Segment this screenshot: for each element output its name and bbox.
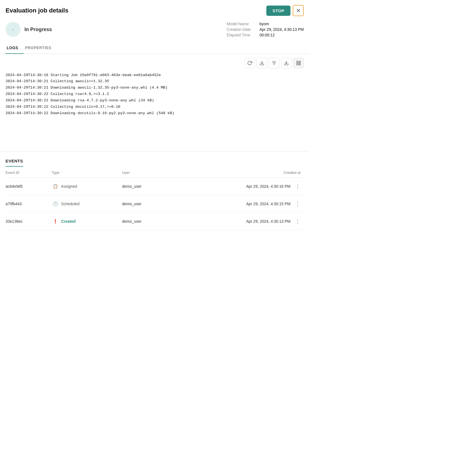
col-type: Type: [52, 167, 122, 178]
log-line: 2024-04-29T14:30:16 Starting Job 15e0f79…: [6, 72, 304, 79]
tab-logs[interactable]: LOGS: [6, 43, 24, 54]
row-more-button[interactable]: ⋮: [293, 201, 300, 207]
events-label: EVENTS: [6, 154, 23, 167]
avatar: ·: [6, 22, 21, 37]
filter-icon: [272, 61, 277, 66]
event-date: Apr 29, 2024, 4:30:16 PM: [246, 184, 290, 189]
grid-icon: [296, 61, 301, 66]
type-icon-created: ❗: [52, 218, 59, 225]
log-line: 2024-04-29T14:30:22 Collecting rsa<4.8,>…: [6, 91, 304, 97]
model-name-row: Model Name byom: [227, 22, 304, 26]
events-header: EVENTS: [6, 154, 304, 167]
row-more-button[interactable]: ⋮: [293, 183, 300, 190]
event-type-cell: ❗ Created: [52, 212, 122, 230]
elapsed-time-row: Elapsed Time 00:00:12: [227, 33, 304, 37]
refresh-icon: [247, 61, 252, 66]
creation-date-value: Apr 29, 2024, 4:30:13 PM: [259, 27, 304, 32]
export-icon: [284, 61, 289, 66]
status-meta: Model Name byom Creation Date Apr 29, 20…: [227, 22, 304, 37]
elapsed-time-value: 00:00:12: [259, 33, 275, 37]
col-created-at: Created at: [174, 167, 304, 178]
type-icon-assigned: 📋: [52, 183, 59, 190]
event-date: Apr 29, 2024, 4:30:15 PM: [246, 202, 290, 206]
event-date-cell: Apr 29, 2024, 4:30:16 PM ⋮: [174, 177, 304, 195]
grid-button[interactable]: [293, 58, 304, 68]
section-divider: [0, 151, 309, 151]
events-table: Event ID Type User Created at ac64e9d5 📋…: [6, 167, 304, 230]
events-table-body: ac64e9d5 📋 Assigned demo_user Apr 29, 20…: [6, 177, 304, 230]
event-id-cell: ac64e9d5: [6, 177, 52, 195]
event-date-cell: Apr 29, 2024, 4:30:15 PM ⋮: [174, 195, 304, 212]
log-line: 2024-04-29T14:30:21 Downloading awscli-1…: [6, 85, 304, 91]
col-user: User: [122, 167, 174, 178]
page-header: Evaluation job details STOP ✕: [0, 0, 309, 19]
type-icon-scheduled: 🕐: [52, 200, 59, 207]
table-row: a79fb443 🕐 Scheduled demo_user Apr 29, 2…: [6, 195, 304, 212]
refresh-button[interactable]: [244, 58, 255, 68]
avatar-icon: ·: [12, 26, 14, 33]
svg-rect-7: [299, 63, 300, 65]
elapsed-time-label: Elapsed Time: [227, 33, 257, 37]
page-title: Evaluation job details: [6, 7, 68, 14]
model-name-label: Model Name: [227, 22, 257, 26]
events-table-header-row: Event ID Type User Created at: [6, 167, 304, 178]
download-button[interactable]: [257, 58, 267, 68]
creation-date-row: Creation Date Apr 29, 2024, 4:30:13 PM: [227, 27, 304, 32]
event-date: Apr 29, 2024, 4:30:13 PM: [246, 219, 290, 224]
event-type-label: Scheduled: [61, 202, 79, 206]
col-event-id: Event ID: [6, 167, 52, 178]
log-line: 2024-04-29T14:30:22 Collecting docutils<…: [6, 104, 304, 110]
log-toolbar: [0, 54, 309, 71]
log-content: 2024-04-29T14:30:16 Starting Job 15e0f79…: [0, 71, 309, 149]
event-user-cell: demo_user: [122, 195, 174, 212]
event-id-cell: 33e136ec: [6, 212, 52, 230]
event-type-label: Assigned: [61, 184, 77, 189]
log-line: 2024-04-29T14:30:22 Downloading rsa-4.7.…: [6, 97, 304, 104]
log-line: 2024-04-29T14:30:22 Downloading docutils…: [6, 110, 304, 117]
event-type-cell: 📋 Assigned: [52, 177, 122, 195]
filter-button[interactable]: [269, 58, 279, 68]
svg-rect-5: [297, 61, 298, 62]
stop-button[interactable]: STOP: [266, 6, 290, 16]
status-row: · In Progress Model Name byom Creation D…: [0, 19, 309, 42]
creation-date-label: Creation Date: [227, 27, 257, 32]
row-more-button[interactable]: ⋮: [293, 218, 300, 225]
svg-rect-8: [297, 63, 298, 65]
event-user-cell: demo_user: [122, 212, 174, 230]
event-user-cell: demo_user: [122, 177, 174, 195]
event-type-label: Created: [61, 219, 76, 224]
event-type-cell: 🕐 Scheduled: [52, 195, 122, 212]
download-icon: [259, 61, 264, 66]
status-badge: In Progress: [24, 27, 52, 32]
close-button[interactable]: ✕: [293, 5, 304, 16]
header-actions: STOP ✕: [266, 5, 304, 16]
tab-bar: LOGS PROPERTIES: [0, 43, 309, 54]
status-left: · In Progress: [6, 22, 52, 37]
svg-rect-6: [299, 61, 300, 62]
events-section: EVENTS Event ID Type User Created at ac6…: [0, 154, 309, 230]
event-id-cell: a79fb443: [6, 195, 52, 212]
events-table-head: Event ID Type User Created at: [6, 167, 304, 178]
tab-properties[interactable]: PROPERTIES: [24, 43, 57, 54]
model-name-value: byom: [259, 22, 269, 26]
log-line: 2024-04-29T14:30:21 Collecting awscli==1…: [6, 78, 304, 85]
table-row: 33e136ec ❗ Created demo_user Apr 29, 202…: [6, 212, 304, 230]
table-row: ac64e9d5 📋 Assigned demo_user Apr 29, 20…: [6, 177, 304, 195]
event-date-cell: Apr 29, 2024, 4:30:13 PM ⋮: [174, 212, 304, 230]
export-button[interactable]: [281, 58, 292, 68]
